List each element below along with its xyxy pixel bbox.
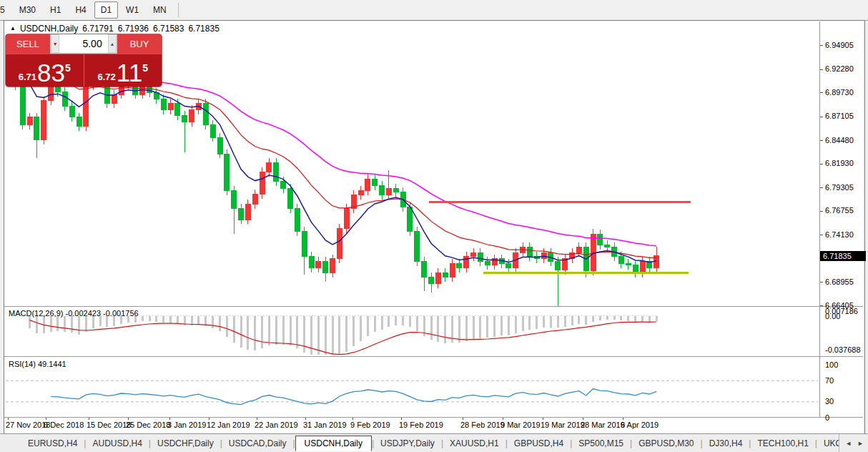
volume-stepper: ▼ ▲ [50,34,117,54]
tab-usdcad-daily[interactable]: USDCAD,Daily [222,436,293,451]
price-axis-label: 6.79305 [820,183,854,192]
price-axis-label: 6.92280 [820,64,854,74]
price-axis-label: 6.87105 [820,112,854,121]
tab-usdchf-daily[interactable]: USDCHF,Daily [151,436,220,451]
price-macd-separator[interactable] [4,306,863,307]
price-axis-label: 6.68955 [820,277,854,287]
time-axis-label: 19 Mar 2019 [541,421,585,429]
sell-quote[interactable]: 6.71 83 5 [6,54,84,87]
one-click-trading-panel: SELL ▼ ▲ BUY 6.71 83 5 6.72 11 5 [6,34,162,87]
tabs-scroll-left-icon[interactable]: ◄ [845,440,852,447]
macd-axis-zero: 0.00 [820,312,840,321]
time-axis-label: 3 Jan 2019 [167,421,206,429]
symbol-tab-bar: EURUSD,H4|AUDUSD,H4|USDCHF,Daily|USDCAD,… [0,433,868,452]
price-axis-label: 6.74130 [820,230,854,240]
symbol-tabs: EURUSD,H4|AUDUSD,H4|USDCHF,Daily|USDCAD,… [0,436,842,451]
toolbar-divider [178,3,179,17]
price-axis-label: 6.84480 [820,136,854,145]
time-axis-label: 19 Feb 2019 [399,421,443,429]
tab-gbpusd-m30[interactable]: GBPUSD,M30 [632,436,700,451]
price-axis-label: 6.81930 [820,159,854,168]
time-axis-tick [209,418,209,420]
macd-axis[interactable]: 0.007186 0.00 -0.037688 [820,308,867,355]
time-axis-tick [89,418,89,420]
time-axis-tick [305,418,306,420]
time-axis-label: 22 Jan 2019 [255,421,298,429]
tabs-scroll-right-icon[interactable]: ► [857,440,864,447]
time-axis-tick [8,418,9,420]
tf-button-w1[interactable]: W1 [119,1,145,19]
macd-label: MACD(12,26,9) -0.002423 -0.001756 [9,309,139,318]
tab-xauusd-h1[interactable]: XAUUSD,H1 [443,436,505,451]
time-axis-label: 6 Dec 2018 [44,421,84,429]
current-price-tag: 6.71835 [820,251,866,261]
time-axis-label: 31 Jan 2019 [303,421,347,429]
rsi-axis-label: 0 [820,413,829,423]
buy-price-big: 11 [117,61,142,84]
mt4-terminal: 5M30H1H4D1W1MN ▲ USDCNH,Daily 6.71791 6.… [0,0,868,452]
time-axis-tick [257,418,257,420]
macd-rsi-separator[interactable] [4,356,863,357]
time-axis-tick [463,418,463,420]
buy-price-pip: 5 [142,62,148,74]
tab-tech100-h1[interactable]: TECH100,H1 [751,436,814,451]
buy-quote[interactable]: 6.72 11 5 [84,54,162,87]
tf-button-mn[interactable]: MN [147,1,173,19]
rsi-axis[interactable]: 10070300 [820,358,867,417]
time-axis-label: 25 Dec 2018 [126,421,170,429]
rsi-axis-label: 30 [820,397,834,406]
price-axis-label: 6.89730 [820,88,854,97]
tab-audusd-h4[interactable]: AUDUSD,H4 [86,436,148,451]
time-axis-label: 15 Dec 2018 [87,421,131,429]
tab-usdcnh-daily[interactable]: USDCNH,Daily [295,436,372,451]
volume-input[interactable] [59,34,107,53]
time-axis-tick [169,418,170,420]
tf-button-m30[interactable]: M30 [13,1,42,19]
tf-button-5[interactable]: 5 [0,1,11,19]
rsi-axis-label: 100 [820,360,838,370]
tabs-scroll-controls: ◄ ► [839,434,864,452]
time-axis[interactable]: 27 Nov 20186 Dec 201815 Dec 201825 Dec 2… [4,418,819,432]
time-axis-tick [503,418,503,420]
price-axis-label: 6.76755 [820,206,854,215]
buy-price-prefix: 6.72 [98,70,116,84]
time-axis-label: 9 Mar 2019 [500,421,541,429]
tab-usdjpy-daily[interactable]: USDJPY,Daily [374,436,441,451]
rsi-pane[interactable] [4,358,819,417]
rsi-axis-label: 70 [820,376,834,385]
volume-down-button[interactable]: ▼ [51,34,59,53]
time-axis-tick [128,418,129,420]
time-axis-tick [543,418,543,420]
price-axis[interactable]: 6.949056.922806.897306.871056.844806.819… [820,21,867,306]
sell-price-prefix: 6.71 [19,70,36,84]
timeframe-buttons: 5M30H1H4D1W1MN [0,1,174,19]
price-axis-label: 6.94905 [820,41,854,50]
rsi-label: RSI(14) 49.1441 [9,360,66,368]
volume-up-button[interactable]: ▲ [108,34,117,53]
sell-price-big: 83 [37,61,65,84]
time-axis-tick [352,418,353,420]
tf-button-d1[interactable]: D1 [94,1,118,19]
sell-button[interactable]: SELL [6,34,50,54]
time-axis-tick [583,418,583,420]
buy-button[interactable]: BUY [117,34,162,54]
time-axis-label: 12 Jan 2019 [207,421,250,429]
time-axis-label: 28 Mar 2019 [581,421,625,429]
time-axis-label: 9 Feb 2019 [350,421,390,429]
tab-dj30-h4[interactable]: DJ30,H4 [703,436,749,451]
sell-price-pip: 5 [65,62,71,74]
timeframe-toolbar: 5M30H1H4D1W1MN [0,0,868,21]
time-axis-label: 28 Feb 2019 [460,421,505,429]
time-axis-tick [46,418,46,420]
time-axis-tick [623,418,623,420]
time-axis-tick [401,418,402,420]
tf-button-h1[interactable]: H1 [44,1,67,19]
tf-button-h4[interactable]: H4 [69,1,92,19]
tab-eurusd-h4[interactable]: EURUSD,H4 [21,436,84,451]
macd-axis-min: -0.037688 [820,345,861,355]
time-axis-label: 6 Apr 2019 [621,421,659,429]
triangle-up-icon: ▲ [109,41,114,46]
tab-gbpusd-h4[interactable]: GBPUSD,H4 [508,436,570,451]
triangle-down-icon: ▼ [53,41,58,46]
tab-sp500-m15[interactable]: SP500,M15 [572,436,630,451]
